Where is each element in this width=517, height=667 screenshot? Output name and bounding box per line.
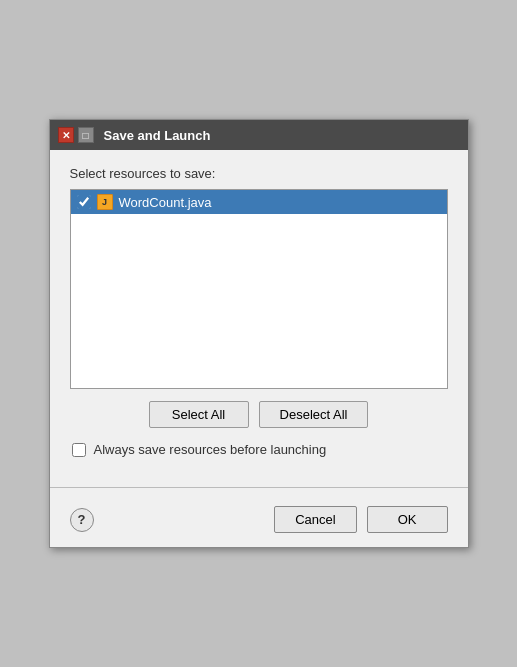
title-buttons: ✕ □ [58,127,94,143]
save-and-launch-dialog: ✕ □ Save and Launch Select resources to … [49,119,469,548]
list-item: J WordCount.java [71,190,447,214]
titlebar: ✕ □ Save and Launch [50,120,468,150]
ok-button[interactable]: OK [367,506,448,533]
footer: ? Cancel OK [50,498,468,547]
always-save-checkbox[interactable] [72,443,86,457]
resource-name: WordCount.java [119,195,212,210]
resource-list: J WordCount.java [70,189,448,389]
footer-buttons: Cancel OK [274,506,447,533]
dialog-content: Select resources to save: J WordCount.ja… [50,150,468,473]
help-button[interactable]: ? [70,508,94,532]
always-save-row: Always save resources before launching [70,442,448,457]
minimize-button[interactable]: □ [78,127,94,143]
close-button[interactable]: ✕ [58,127,74,143]
deselect-all-button[interactable]: Deselect All [259,401,369,428]
file-icon: J [97,194,113,210]
section-label: Select resources to save: [70,166,448,181]
select-all-button[interactable]: Select All [149,401,249,428]
always-save-label: Always save resources before launching [94,442,327,457]
divider [50,487,468,488]
selection-buttons: Select All Deselect All [70,401,448,428]
cancel-button[interactable]: Cancel [274,506,356,533]
dialog-title: Save and Launch [104,128,211,143]
resource-checkbox[interactable] [77,195,91,209]
